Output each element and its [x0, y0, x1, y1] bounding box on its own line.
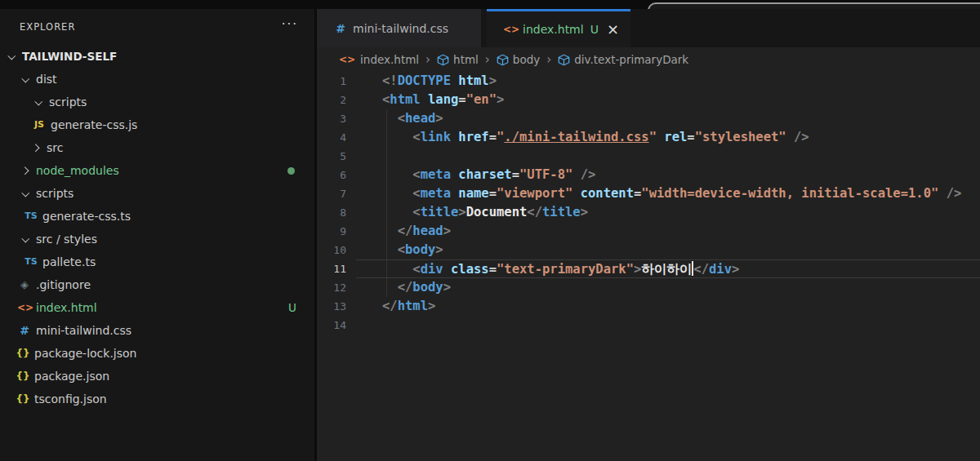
breadcrumb-label: body [513, 53, 540, 66]
tree-item-tsconfig.json[interactable]: {}tsconfig.json [0, 388, 314, 410]
tab-index.html[interactable]: <>index.htmlU× [487, 9, 630, 47]
tree-item-label: pallete.ts [42, 255, 96, 268]
chevron-right-icon[interactable] [29, 141, 42, 154]
tree-item-src-styles[interactable]: src / styles [0, 228, 314, 250]
chevron-down-icon[interactable] [19, 187, 32, 200]
tree-item-node-modules[interactable]: node_modules [0, 159, 314, 182]
tree-item-.gitignore[interactable]: ◈.gitignore [0, 273, 314, 296]
tree-item-index.html[interactable]: <>index.htmlU [0, 296, 314, 319]
code-line-content: </head> [356, 222, 980, 241]
vscode-window: EXPLORER ··· TAILWIND-SELF distscriptsJS… [0, 0, 980, 461]
code-line[interactable]: 8 <title>Document</title> [317, 203, 980, 222]
tab-mini-tailwind.css[interactable]: #mini-tailwind.css [317, 9, 481, 47]
tree-item-src[interactable]: src [0, 136, 314, 159]
line-number: 2 [317, 91, 346, 109]
tree-root-label: TAILWIND-SELF [22, 50, 117, 63]
line-number: 1 [317, 72, 346, 91]
code-line[interactable]: 1<!DOCTYPE html> [317, 72, 980, 91]
code-line[interactable]: 2<html lang="en"> [317, 91, 980, 109]
css-file-icon: # [17, 324, 32, 337]
file-tree: TAILWIND-SELF distscriptsJSgenerate-css.… [0, 45, 314, 410]
git-changes-dot-badge [287, 167, 295, 175]
code-line[interactable]: 7 <meta name="viewport" content="width=d… [317, 184, 980, 203]
editor-tab-bar: #mini-tailwind.css<>index.htmlU× [317, 9, 980, 47]
code-line-content: <meta charset="UTF-8" /> [356, 166, 980, 184]
breadcrumb-item-html[interactable]: html [437, 53, 479, 66]
window-top-band [0, 0, 980, 9]
tree-item-label: src [47, 141, 63, 154]
line-number: 8 [317, 203, 346, 222]
code-line[interactable]: 5 [317, 147, 980, 166]
html-file-icon: <> [503, 23, 518, 36]
chevron-down-icon[interactable] [19, 233, 32, 246]
html-file-icon: <> [17, 301, 32, 314]
code-line[interactable]: 9 </head> [317, 222, 980, 241]
breadcrumb: <>index.html›html›body›div.text-primaryD… [317, 47, 980, 72]
tree-item-package.json[interactable]: {}package.json [0, 365, 314, 388]
tree-item-label: generate-css.js [51, 118, 137, 131]
breadcrumb-separator-icon: › [485, 52, 490, 67]
tree-item-label: node_modules [36, 164, 119, 177]
css-file-icon: # [333, 22, 348, 35]
code-editor[interactable]: 1<!DOCTYPE html>2<html lang="en">3 <head… [317, 72, 980, 461]
breadcrumb-separator-icon: › [425, 52, 430, 67]
breadcrumb-label: div.text-primaryDark [574, 53, 688, 66]
code-line[interactable]: 10 <body> [317, 241, 980, 259]
html-file-icon: <> [339, 53, 355, 66]
code-line[interactable]: 3 <head> [317, 109, 980, 128]
close-icon[interactable]: × [607, 22, 619, 37]
tree-item-label: index.html [36, 301, 97, 314]
tree-item-mini-tailwind.css[interactable]: #mini-tailwind.css [0, 319, 314, 342]
json-file-icon: {} [16, 392, 30, 406]
git-file-icon: ◈ [17, 278, 32, 291]
breadcrumb-item-index.html[interactable]: <>index.html [339, 53, 419, 66]
chevron-down-icon[interactable] [5, 50, 18, 63]
code-line-content: <body> [356, 241, 980, 259]
breadcrumb-separator-icon: › [546, 52, 551, 67]
chevron-down-icon[interactable] [32, 95, 45, 109]
line-number: 3 [317, 109, 346, 128]
code-line-content: <title>Document</title> [356, 203, 980, 222]
tab-modified-badge: U [590, 23, 599, 36]
tree-item-generate-css.ts[interactable]: TSgenerate-css.ts [0, 205, 314, 228]
code-line-content: <html lang="en"> [356, 91, 980, 109]
line-number: 4 [317, 128, 346, 147]
breadcrumb-label: index.html [360, 53, 419, 66]
tree-item-label: tsconfig.json [34, 392, 107, 406]
code-line[interactable]: 11 <div class="text-primaryDark">하이하이</d… [317, 259, 980, 278]
code-line-content [356, 316, 980, 335]
chevron-down-icon[interactable] [19, 73, 32, 86]
more-actions-icon[interactable]: ··· [282, 19, 298, 31]
line-number: 10 [317, 241, 346, 259]
code-line[interactable]: 6 <meta charset="UTF-8" /> [317, 166, 980, 184]
symbol-cube-icon [497, 54, 509, 66]
line-number: 6 [317, 166, 346, 184]
breadcrumb-item-div.text-primarydark[interactable]: div.text-primaryDark [558, 53, 688, 66]
breadcrumb-item-body[interactable]: body [497, 53, 540, 66]
code-line[interactable]: 4 <link href="./mini-tailwind.css" rel="… [317, 128, 980, 147]
tree-item-scripts[interactable]: scripts [0, 182, 314, 205]
line-number: 13 [317, 297, 346, 316]
code-line[interactable]: 13</html> [317, 297, 980, 316]
line-number: 7 [317, 184, 346, 203]
tree-item-generate-css.js[interactable]: JSgenerate-css.js [0, 113, 314, 136]
tab-label: mini-tailwind.css [353, 22, 448, 35]
tree-item-scripts[interactable]: scripts [0, 91, 314, 113]
line-number: 11 [317, 259, 346, 278]
git-untracked-badge: U [288, 301, 296, 314]
tree-item-package-lock.json[interactable]: {}package-lock.json [0, 342, 314, 365]
code-line-content: <link href="./mini-tailwind.css" rel="st… [356, 128, 980, 147]
json-file-icon: {} [16, 370, 30, 383]
code-line-content [356, 147, 980, 166]
code-line-content: </html> [356, 297, 980, 316]
chevron-right-icon[interactable] [19, 164, 32, 177]
code-line-content: <meta name="viewport" content="width=dev… [356, 184, 980, 203]
code-line[interactable]: 12 </body> [317, 278, 980, 297]
tree-item-pallete.ts[interactable]: TSpallete.ts [0, 250, 314, 273]
tree-root-folder[interactable]: TAILWIND-SELF [0, 45, 314, 68]
tree-item-dist[interactable]: dist [0, 68, 314, 91]
editor-group: #mini-tailwind.css<>index.htmlU× <>index… [317, 9, 980, 461]
json-file-icon: {} [16, 347, 30, 360]
symbol-cube-icon [558, 54, 570, 66]
code-line[interactable]: 14 [317, 316, 980, 335]
